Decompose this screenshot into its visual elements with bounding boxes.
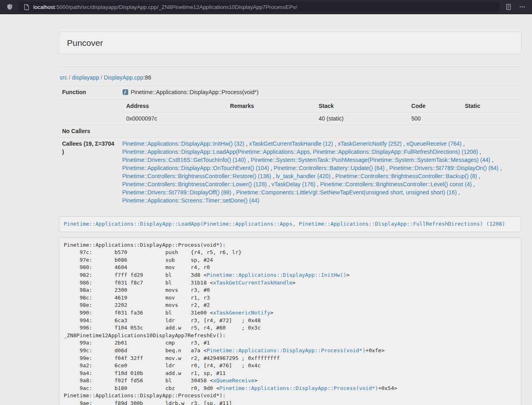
- url-host: localhost: [33, 4, 55, 10]
- breadcrumb-separator: /: [99, 74, 104, 81]
- browser-toolbar: localhost:5000/path/src/displayapp/Displ…: [0, 0, 532, 14]
- callee-link[interactable]: Pinetime::Controllers::Battery::Update()…: [274, 165, 385, 171]
- callee-link[interactable]: Pinetime::Drivers::Cst816S::GetTouchInfo…: [122, 157, 246, 163]
- callee-link[interactable]: Pinetime::Controllers::BrightnessControl…: [335, 173, 477, 179]
- stats-column-header: Static: [461, 100, 521, 112]
- url-path: :5000/path/src/displayapp/DisplayApp.cpp…: [55, 4, 297, 10]
- callee-link[interactable]: vTaskDelay (176): [271, 181, 315, 187]
- tracking-shield-icon[interactable]: [5, 2, 15, 12]
- callee-link[interactable]: Pinetime::Controllers::BrightnessControl…: [122, 181, 267, 187]
- table-row-stats: AddressRemarksStackCodeStatic 0x0000097c…: [59, 100, 521, 125]
- callee-link[interactable]: xTaskGetCurrentTaskHandle (12): [249, 140, 333, 147]
- stats-column-header: Code: [407, 100, 461, 112]
- callee-link[interactable]: lv_task_handler (420): [276, 173, 331, 179]
- breadcrumb-separator: /: [67, 74, 72, 81]
- page-info-icon[interactable]: [23, 2, 30, 12]
- stats-value-row: 0x0000097c40 (static)500: [122, 112, 521, 125]
- callees-list: Pinetime::Applications::DisplayApp::Init…: [119, 138, 521, 207]
- symbol-link[interactable]: xTaskGenericNotify: [213, 310, 270, 316]
- stats-value: [226, 112, 314, 125]
- symbol-link[interactable]: xQueueReceive: [213, 377, 254, 383]
- function-name: Pinetime::Applications::DisplayApp::Proc…: [131, 89, 258, 95]
- function-details-table: Function Pinetime::Applications::Display…: [59, 86, 521, 207]
- stats-header-row: AddressRemarksStackCodeStatic: [122, 100, 521, 112]
- callees-label: Callees (19, Σ=3704 ): [59, 138, 119, 207]
- stats-column-header: Remarks: [226, 100, 314, 112]
- callee-link[interactable]: Pinetime::Controllers::BrightnessControl…: [320, 181, 472, 187]
- table-row-callers: No Callers: [59, 125, 521, 138]
- overflow-menu-icon[interactable]: [517, 2, 527, 12]
- symbol-link[interactable]: xTaskGetCurrentTaskHandle: [213, 280, 293, 286]
- jump-target-box: Pinetime::Applications::DisplayApp::Load…: [59, 216, 521, 232]
- breadcrumb-link[interactable]: DisplayApp.cpp: [104, 74, 143, 81]
- symbol-link[interactable]: Pinetime::Applications::DisplayApp::Proc…: [220, 385, 378, 391]
- callee-link[interactable]: Pinetime::Applications::DisplayApp::Load…: [122, 149, 478, 155]
- url-text: localhost:5000/path/src/displayapp/Displ…: [33, 4, 297, 10]
- function-type-icon: [122, 89, 129, 97]
- disassembly-block: Pinetime::Applications::DisplayApp::Proc…: [59, 237, 521, 405]
- breadcrumb-link[interactable]: src: [60, 74, 67, 81]
- breadcrumb: src / displayapp / DisplayApp.cpp:86: [60, 74, 521, 81]
- callee-link[interactable]: xQueueReceive (764): [406, 140, 461, 147]
- symbol-link[interactable]: Pinetime::Applications::DisplayApp::Proc…: [207, 347, 365, 353]
- stats-column-header: Address: [122, 100, 226, 112]
- divider: [59, 67, 521, 67]
- callee-link[interactable]: xTaskGenericNotify (252): [338, 140, 401, 147]
- table-row-callees: Callees (19, Σ=3704 ) Pinetime::Applicat…: [59, 138, 521, 207]
- table-row-function: Function Pinetime::Applications::Display…: [59, 86, 521, 100]
- no-callers-label: No Callers: [59, 125, 119, 138]
- app-header-panel: Puncover: [59, 32, 521, 54]
- callee-link[interactable]: Pinetime::Drivers::St7789::DisplayOff() …: [122, 189, 231, 196]
- page-title: Puncover: [67, 38, 513, 48]
- stats-value: [461, 112, 521, 125]
- breadcrumb-line-number: :86: [143, 74, 151, 81]
- function-row-label: Function: [59, 86, 119, 100]
- stats-value: 500: [407, 112, 461, 125]
- callee-link[interactable]: Pinetime::Applications::Screens::Timer::…: [122, 197, 259, 204]
- stats-value: 40 (static): [314, 112, 407, 125]
- symbol-link[interactable]: Pinetime::Applications::DisplayApp::Init…: [207, 272, 346, 278]
- callee-link[interactable]: Pinetime::Components::LittleVgl::SetNewT…: [236, 189, 457, 196]
- callee-link[interactable]: Pinetime::Applications::DisplayApp::Init…: [122, 140, 244, 147]
- stats-column-header: Stack: [314, 100, 407, 112]
- breadcrumb-link[interactable]: displayapp: [72, 74, 99, 81]
- jump-target-link[interactable]: Pinetime::Applications::DisplayApp::Load…: [64, 221, 505, 227]
- stats-value: 0x0000097c: [122, 112, 226, 125]
- callee-link[interactable]: Pinetime::Controllers::BrightnessControl…: [122, 173, 271, 179]
- url-bar[interactable]: localhost:5000/path/src/displayapp/Displ…: [19, 2, 500, 12]
- callee-link[interactable]: Pinetime::Drivers::St7789::DisplayOn() (…: [389, 165, 498, 171]
- reader-mode-icon[interactable]: [504, 2, 513, 12]
- stats-table: AddressRemarksStackCodeStatic 0x0000097c…: [122, 100, 521, 125]
- page-content: Puncover src / displayapp / DisplayApp.c…: [59, 32, 521, 405]
- callee-link[interactable]: Pinetime::Applications::DisplayApp::OnTo…: [122, 165, 269, 171]
- callee-link[interactable]: Pinetime::System::SystemTask::PushMessag…: [251, 157, 491, 163]
